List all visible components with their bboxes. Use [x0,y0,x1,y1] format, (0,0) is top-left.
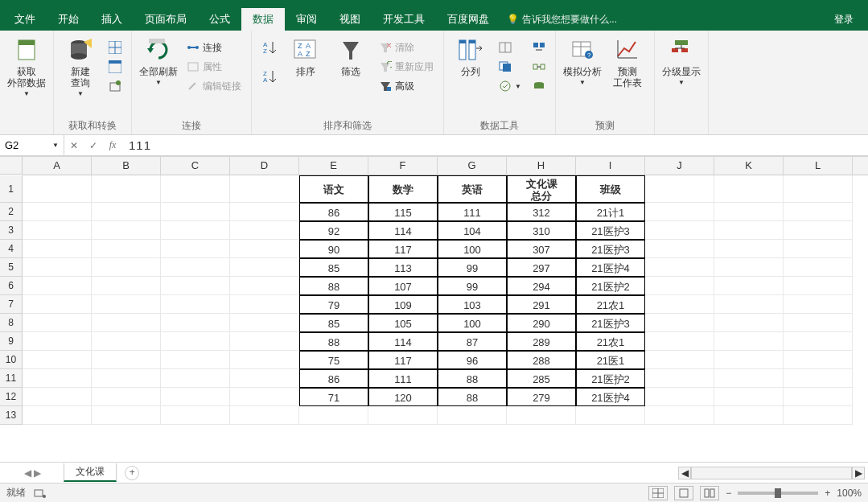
cell[interactable]: 109 [368,295,438,314]
insert-function-button[interactable]: fx [103,139,122,151]
chevron-down-icon[interactable]: ▼ [52,142,59,149]
cell[interactable] [784,351,853,369]
cell[interactable] [230,332,299,351]
cell[interactable] [230,314,299,332]
row-header[interactable]: 13 [0,406,23,425]
cell[interactable]: 307 [507,240,576,258]
cell[interactable] [92,406,161,425]
outline-button[interactable]: 分级显示▼ [661,34,701,86]
cell[interactable] [714,406,784,425]
cell[interactable] [784,332,853,351]
cell[interactable]: 92 [299,221,368,240]
cell[interactable] [23,277,92,295]
cell[interactable]: 21计1 [576,203,645,221]
row-header[interactable]: 5 [0,258,23,277]
formula-input[interactable]: 111 [122,138,868,152]
cell[interactable]: 120 [368,388,438,406]
clear-filter-button[interactable]: 清除 [376,39,437,56]
relationships-button[interactable] [529,58,549,76]
cell[interactable]: 85 [299,314,368,332]
cell[interactable] [161,314,230,332]
cell[interactable]: 90 [299,240,368,258]
col-header-I[interactable]: I [576,157,645,175]
cell[interactable]: 99 [438,277,507,295]
cell[interactable] [784,369,853,388]
cell[interactable]: 297 [507,258,576,277]
cell[interactable] [645,277,714,295]
cell[interactable] [784,295,853,314]
cell[interactable] [230,203,299,221]
cell[interactable] [299,406,368,425]
row-header[interactable]: 4 [0,240,23,258]
cell[interactable] [230,221,299,240]
col-header-B[interactable]: B [92,157,161,175]
cell[interactable]: 21医护2 [576,277,645,295]
sort-desc-button[interactable]: ZA [258,68,281,85]
cell[interactable]: 291 [507,295,576,314]
name-box-input[interactable] [5,139,52,151]
data-validation-button[interactable]: ▼ [496,77,525,95]
cell[interactable] [784,406,853,425]
enter-formula-button[interactable]: ✓ [84,140,103,151]
macro-record-icon[interactable] [34,488,47,499]
tab-data[interactable]: 数据 [241,8,285,31]
cell[interactable] [23,369,92,388]
cell[interactable] [230,277,299,295]
cell[interactable] [784,203,853,221]
row-header[interactable]: 1 [0,175,23,203]
scroll-left-button[interactable]: ◀ [678,467,691,479]
column-headers[interactable]: ABCDEFGHIJKL [23,157,868,175]
col-header-C[interactable]: C [161,157,230,175]
cell[interactable] [161,351,230,369]
sheet-tab-active[interactable]: 文化课 [64,463,117,482]
cell[interactable] [645,314,714,332]
cell[interactable] [645,351,714,369]
cell[interactable] [161,277,230,295]
sheet-nav[interactable]: ◀ ▶ [24,467,41,479]
cell[interactable]: 85 [299,258,368,277]
cell[interactable]: 86 [299,369,368,388]
cell[interactable]: 310 [507,221,576,240]
col-header-H[interactable]: H [507,157,576,175]
cell[interactable]: 111 [438,203,507,221]
row-header[interactable]: 3 [0,221,23,240]
cell[interactable] [92,175,161,203]
cell[interactable]: 105 [368,314,438,332]
cell[interactable] [23,314,92,332]
cell[interactable] [92,295,161,314]
cell[interactable] [714,332,784,351]
col-header-F[interactable]: F [368,157,438,175]
cell[interactable]: 88 [438,388,507,406]
whatif-button[interactable]: ? 模拟分析▼ [562,34,603,86]
cell[interactable]: 88 [299,332,368,351]
cell[interactable] [230,175,299,203]
cell[interactable] [161,258,230,277]
cell[interactable] [645,240,714,258]
cell[interactable] [92,277,161,295]
cell[interactable] [92,221,161,240]
flash-fill-button[interactable] [496,39,525,56]
cell[interactable] [161,332,230,351]
cell[interactable] [92,240,161,258]
cell[interactable] [645,203,714,221]
cell[interactable] [576,406,645,425]
cell[interactable] [230,388,299,406]
reapply-button[interactable]: 重新应用 [376,58,437,76]
cell[interactable]: 113 [368,258,438,277]
remove-duplicates-button[interactable] [496,58,525,76]
tab-file[interactable]: 文件 [3,8,47,31]
cell[interactable]: 71 [299,388,368,406]
edit-links-button[interactable]: 编辑链接 [183,77,245,95]
cell[interactable]: 289 [507,332,576,351]
cell[interactable] [23,258,92,277]
zoom-in-button[interactable]: + [825,488,830,499]
cell[interactable] [714,277,784,295]
cell[interactable] [161,240,230,258]
name-box[interactable]: ▼ [0,135,64,156]
cell[interactable] [645,295,714,314]
forecast-button[interactable]: 预测 工作表 [607,34,648,88]
cell[interactable] [23,203,92,221]
cell[interactable]: 87 [438,332,507,351]
cell[interactable]: 数学 [368,175,438,203]
cell[interactable] [645,388,714,406]
